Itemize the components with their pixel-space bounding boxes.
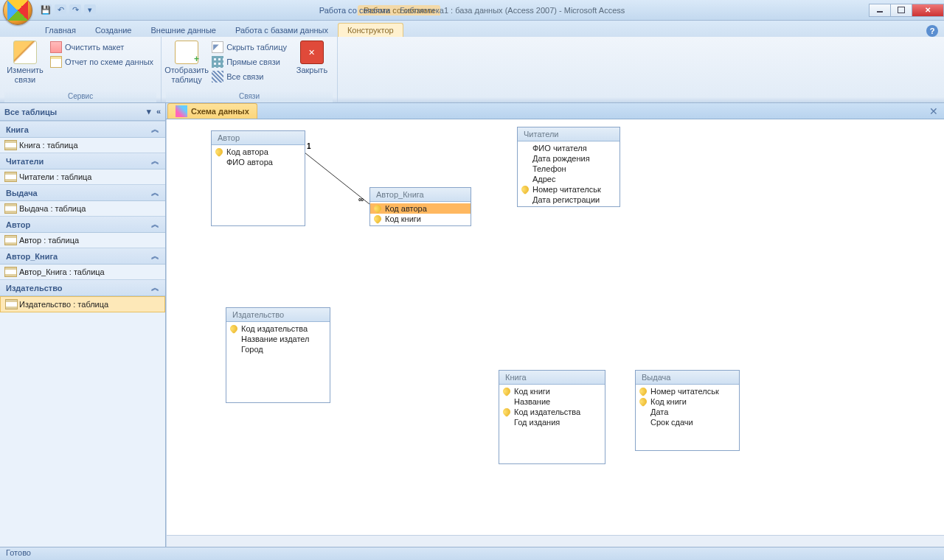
nav-group-header[interactable]: Читатели︽ (0, 153, 165, 169)
nav-group-header[interactable]: Выдача︽ (0, 184, 165, 201)
field-row[interactable]: Код издательства (499, 407, 605, 417)
table-header: Читатели (518, 127, 620, 141)
relationships-icon (176, 105, 187, 117)
quick-access-toolbar: 💾 ↶ ↷ ▾ (40, 4, 96, 16)
table-header: Автор (212, 131, 305, 145)
navigation-pane: Все таблицы ▾ « Книга︽Книга : таблицаЧит… (0, 103, 166, 547)
eraser-icon (50, 41, 62, 53)
clear-layout-button[interactable]: Очистить макет (47, 41, 156, 54)
nav-header[interactable]: Все таблицы ▾ « (0, 103, 165, 121)
doc-tab-relationships[interactable]: Схема данных (167, 103, 257, 119)
field-row[interactable]: Код автора (212, 147, 305, 157)
chevron-up-icon: ︽ (151, 155, 159, 167)
document-area: Схема данных ✕ 1∞ ∞1 1∞ ∞1 1∞ 1∞ Автор (166, 103, 944, 547)
field-row[interactable]: Название издател (226, 334, 330, 344)
field-row[interactable]: Дата (636, 407, 739, 417)
close-window-button[interactable]: ✕ (912, 4, 944, 17)
tab-external[interactable]: Внешние данные (142, 23, 226, 37)
table-avtor[interactable]: Автор Код автораФИО автора (211, 130, 305, 226)
nav-group-header[interactable]: Издательство︽ (0, 279, 165, 296)
field-row[interactable]: Дата регистрации (518, 195, 620, 205)
field-row[interactable]: Город (226, 344, 330, 354)
nav-item[interactable]: Издательство : таблица (0, 296, 165, 312)
table-vydacha[interactable]: Выдача Номер читателськКод книгиДатаСрок… (635, 370, 740, 451)
field-row[interactable]: Код издательства (226, 323, 330, 334)
ribbon-group-tools: Изменить связи Очистить макет Отчет по с… (0, 37, 162, 102)
table-kniga[interactable]: Книга Код книгиНазваниеКод издательстваГ… (499, 370, 605, 464)
nav-group-header[interactable]: Книга︽ (0, 121, 165, 138)
field-row[interactable]: Телефон (518, 164, 620, 174)
close-button[interactable]: ✕ Закрыть (291, 39, 333, 77)
chevron-up-icon: ︽ (151, 124, 159, 135)
add-table-icon (175, 41, 198, 64)
svg-text:∞: ∞ (358, 195, 364, 203)
qat-dropdown-icon[interactable]: ▾ (84, 4, 96, 16)
workspace: Все таблицы ▾ « Книга︽Книга : таблицаЧит… (0, 103, 944, 547)
ribbon: Изменить связи Очистить макет Отчет по с… (0, 37, 944, 103)
table-avtor-kniga[interactable]: Автор_Книга Код автораКод книги (369, 187, 471, 226)
table-header: Издательство (226, 308, 330, 322)
help-icon[interactable]: ? (926, 25, 938, 37)
nav-group-header[interactable]: Автор_Книга︽ (0, 248, 165, 265)
table-header: Книга (499, 371, 605, 385)
table-header: Автор_Книга (370, 188, 471, 202)
save-icon[interactable]: 💾 (40, 4, 52, 16)
nav-collapse-icon[interactable]: « (156, 107, 161, 116)
tab-create[interactable]: Создание (86, 23, 142, 37)
tab-database[interactable]: Работа с базами данных (226, 23, 338, 37)
field-row[interactable]: ФИО читателя (518, 143, 620, 153)
close-icon: ✕ (300, 41, 324, 64)
window-title: Работа со связями Библиотека1 : база дан… (319, 5, 625, 15)
chevron-up-icon: ︽ (151, 219, 159, 230)
nav-item[interactable]: Автор_Книга : таблица (0, 265, 165, 279)
report-icon (50, 56, 62, 68)
tab-home[interactable]: Главная (35, 23, 86, 37)
field-row[interactable]: Номер читателськ (518, 184, 620, 195)
field-row[interactable]: Дата рождения (518, 153, 620, 164)
doc-close-button[interactable]: ✕ (926, 105, 941, 117)
field-row[interactable]: ФИО автора (212, 157, 305, 167)
redo-icon[interactable]: ↷ (69, 4, 81, 16)
nav-dropdown-icon[interactable]: ▾ (147, 107, 151, 116)
show-table-button[interactable]: Отобразить таблицу (166, 39, 207, 85)
field-row[interactable]: Код книги (499, 386, 605, 396)
nav-group-header[interactable]: Автор︽ (0, 216, 165, 233)
direct-icon (212, 56, 223, 68)
maximize-button[interactable] (890, 4, 912, 17)
tab-design[interactable]: Конструктор (338, 23, 403, 37)
table-izdatelstvo[interactable]: Издательство Код издательстваНазвание из… (226, 307, 330, 403)
window-controls: ✕ (870, 4, 944, 17)
chevron-up-icon: ︽ (151, 187, 159, 198)
edit-relationships-button[interactable]: Изменить связи (4, 39, 46, 85)
all-relations-button[interactable]: Все связи (209, 70, 290, 83)
horizontal-scrollbar[interactable] (167, 535, 944, 547)
minimize-button[interactable] (869, 4, 891, 17)
relationship-report-button[interactable]: Отчет по схеме данных (47, 55, 156, 69)
field-row[interactable]: Срок сдачи (636, 417, 739, 427)
field-row[interactable]: Название (499, 396, 605, 407)
nav-item[interactable]: Выдача : таблица (0, 201, 165, 216)
field-row[interactable]: Код автора (370, 203, 471, 214)
svg-text:1: 1 (307, 142, 311, 150)
nav-item[interactable]: Автор : таблица (0, 233, 165, 248)
group-label-relationships: Связи (166, 91, 333, 102)
nav-item[interactable]: Читатели : таблица (0, 169, 165, 184)
field-row[interactable]: Код книги (636, 396, 739, 407)
all-icon (212, 71, 223, 83)
status-bar: Готово (0, 547, 944, 560)
field-row[interactable]: Номер читателськ (636, 386, 739, 396)
chevron-up-icon: ︽ (151, 251, 159, 262)
direct-relations-button[interactable]: Прямые связи (209, 55, 290, 69)
relationships-canvas[interactable]: 1∞ ∞1 1∞ ∞1 1∞ 1∞ Автор Код автораФИО ав… (166, 119, 944, 547)
table-chitateli[interactable]: Читатели ФИО читателяДата рожденияТелефо… (517, 127, 620, 207)
hide-icon (212, 41, 223, 53)
field-row[interactable]: Год издания (499, 417, 605, 427)
undo-icon[interactable]: ↶ (55, 4, 66, 16)
document-tab-strip: Схема данных ✕ (166, 103, 944, 119)
field-row[interactable]: Код книги (370, 214, 471, 224)
ribbon-tab-strip: Главная Создание Внешние данные Работа с… (0, 21, 944, 37)
nav-item[interactable]: Книга : таблица (0, 138, 165, 153)
field-row[interactable]: Адрес (518, 174, 620, 184)
pencil-icon (13, 41, 37, 64)
hide-table-button[interactable]: Скрыть таблицу (209, 41, 290, 54)
